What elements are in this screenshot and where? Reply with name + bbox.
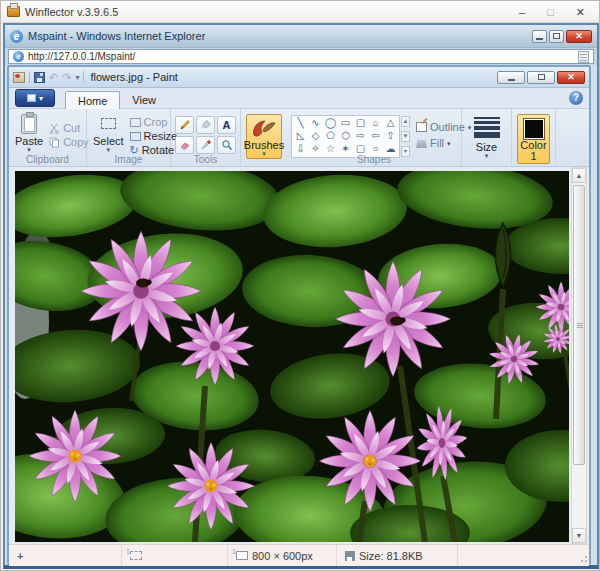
resize-icon <box>130 132 141 141</box>
eyedropper-icon <box>200 139 212 151</box>
status-file-size: Size: 81.8KB <box>337 545 458 566</box>
magnifier-tool[interactable] <box>217 136 236 154</box>
tab-view[interactable]: View <box>120 91 168 108</box>
shape-triangle-icon[interactable]: △ <box>383 117 398 130</box>
color-picker-tool[interactable] <box>196 136 215 154</box>
pencil-tool[interactable] <box>175 116 194 134</box>
image-size-icon <box>236 551 248 560</box>
disk-icon <box>345 551 355 561</box>
text-tool[interactable]: A <box>217 116 236 134</box>
shape-curve-icon[interactable]: ∿ <box>308 117 323 130</box>
fill-bucket-icon <box>200 119 212 131</box>
paint-close-button[interactable]: ✕ <box>557 71 585 84</box>
crop-icon <box>130 118 141 127</box>
winflector-maximize-button[interactable]: □ <box>547 5 554 19</box>
shape-oval-icon[interactable]: ◯ <box>323 117 338 130</box>
copy-button[interactable]: Copy <box>49 136 89 148</box>
fill-caret-icon: ▾ <box>447 141 451 146</box>
canvas-image[interactable] <box>15 171 569 542</box>
brush-icon <box>251 117 277 139</box>
save-button[interactable] <box>34 72 45 83</box>
shapes-grid: ╲ ∿ ◯ ▭ ▢ ⌂ △ ◺ ◇ ⬠ ⬡ ⇨ ⇦ <box>291 115 400 158</box>
winflector-close-button[interactable]: ✕ <box>576 5 585 19</box>
file-menu-button[interactable]: ▾ <box>15 89 55 107</box>
file-size: Size: 81.8KB <box>359 550 423 562</box>
ie-window: e Mspaint - Windows Internet Explorer ✕ … <box>3 23 599 569</box>
size-button[interactable]: Size ▾ <box>466 114 507 161</box>
shape-polygon-icon[interactable]: ⌂ <box>368 117 383 130</box>
status-cursor-position: + <box>9 545 122 566</box>
help-icon[interactable]: ? <box>569 91 583 105</box>
shape-line-icon[interactable]: ╲ <box>293 117 308 130</box>
size-icon <box>474 117 500 138</box>
winflector-title: Winflector v.3.9.6.5 <box>25 6 118 18</box>
water-lilies-photo <box>15 171 569 542</box>
tab-home[interactable]: Home <box>65 91 120 109</box>
file-menu-caret-icon: ▾ <box>39 94 43 103</box>
canvas-area: ▲ ▼ <box>9 167 589 544</box>
shape-right-triangle-icon[interactable]: ◺ <box>293 130 308 143</box>
selection-size-icon <box>130 551 142 560</box>
resize-grip[interactable] <box>579 556 587 564</box>
paint-minimize-button[interactable] <box>497 71 525 84</box>
brushes-caret-icon: ▾ <box>262 151 266 156</box>
ribbon: Paste ▾ Cut Copy <box>9 109 589 167</box>
color1-swatch <box>523 118 545 140</box>
brushes-button[interactable]: Brushes ▾ <box>246 114 282 159</box>
file-menu-icon <box>27 94 36 102</box>
shape-arrow-right-icon[interactable]: ⇨ <box>353 130 368 143</box>
copy-icon <box>49 137 60 148</box>
eraser-tool[interactable] <box>175 136 194 154</box>
group-brushes: Brushes ▾ <box>241 109 287 166</box>
undo-button[interactable]: ↶ <box>49 72 58 83</box>
eraser-icon <box>179 139 191 151</box>
paste-icon <box>21 114 37 134</box>
shape-rounded-rectangle-icon[interactable]: ▢ <box>353 117 368 130</box>
color1-button[interactable]: Color 1 <box>517 114 550 164</box>
vertical-scrollbar[interactable]: ▲ ▼ <box>571 167 587 544</box>
shape-pentagon-icon[interactable]: ⬠ <box>323 130 338 143</box>
shapes-scroll-up-icon[interactable]: ▲ <box>401 116 410 127</box>
ie-title: Mspaint - Windows Internet Explorer <box>28 30 205 42</box>
url-input[interactable]: e http://127.0.0.1/Mspaint/ <box>8 49 594 64</box>
cut-button[interactable]: Cut <box>49 122 89 134</box>
group-clipboard: Paste ▾ Cut Copy <box>9 109 87 166</box>
compatibility-view-icon[interactable] <box>578 51 589 63</box>
ie-minimize-button[interactable] <box>532 30 547 43</box>
favicon-icon: e <box>13 51 24 62</box>
group-image: Select ▾ Crop Resize <box>87 109 171 166</box>
group-tools: A Tools <box>171 109 241 166</box>
ie-logo-icon: e <box>10 30 23 43</box>
fill-tool[interactable] <box>196 116 215 134</box>
quick-access-toolbar: ↶ ↷ ▾ <box>13 71 84 83</box>
ie-maximize-button[interactable] <box>549 30 564 43</box>
shape-rectangle-icon[interactable]: ▭ <box>338 117 353 130</box>
paste-button[interactable]: Paste ▾ <box>11 112 47 154</box>
winflector-window: Winflector v.3.9.6.5 – □ ✕ e Mspaint - W… <box>0 0 600 571</box>
status-spacer <box>458 545 589 566</box>
shape-arrow-up-icon[interactable]: ⇧ <box>383 130 398 143</box>
winflector-minimize-button[interactable]: – <box>519 5 525 19</box>
redo-button[interactable]: ↷ <box>62 72 71 83</box>
paint-app-icon <box>13 72 25 83</box>
qat-customize-caret-icon[interactable]: ▾ <box>75 73 79 82</box>
shape-diamond-icon[interactable]: ◇ <box>308 130 323 143</box>
group-colors: Color 1 <box>512 109 556 166</box>
scrollbar-down-icon[interactable]: ▼ <box>572 528 586 543</box>
group-size: Size ▾ <box>462 109 512 166</box>
ie-address-bar: e http://127.0.0.1/Mspaint/ <box>5 48 597 65</box>
scrollbar-up-icon[interactable]: ▲ <box>572 168 586 183</box>
outline-icon <box>416 122 427 132</box>
ie-close-button[interactable]: ✕ <box>566 30 592 43</box>
scrollbar-thumb[interactable] <box>573 185 585 465</box>
select-icon <box>101 118 116 129</box>
paint-maximize-button[interactable] <box>527 71 555 84</box>
status-image-size: 800 × 600px <box>228 545 337 566</box>
fill-icon <box>416 138 427 148</box>
shape-hexagon-icon[interactable]: ⬡ <box>338 130 353 143</box>
shapes-scroll-down-icon[interactable]: ▼ <box>401 131 410 142</box>
size-caret-icon: ▾ <box>485 153 489 158</box>
shape-arrow-left-icon[interactable]: ⇦ <box>368 130 383 143</box>
pencil-icon <box>179 119 191 131</box>
select-button[interactable]: Select ▾ <box>89 112 128 156</box>
